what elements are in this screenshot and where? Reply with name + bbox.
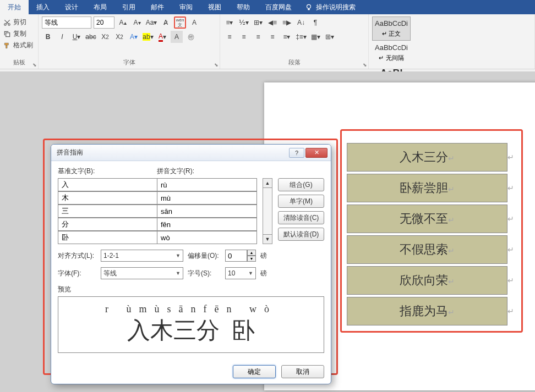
table-row[interactable]: 入木三分↵ — [347, 143, 507, 172]
character-shading-button[interactable]: A — [171, 31, 183, 43]
base-field[interactable] — [58, 231, 157, 244]
distribute-button[interactable]: ≡▾ — [281, 31, 293, 43]
tab-review[interactable]: 审阅 — [172, 0, 200, 14]
base-field[interactable] — [58, 191, 157, 205]
ruby-field[interactable] — [157, 205, 257, 218]
bullets-button[interactable]: ≡▾ — [223, 16, 236, 29]
clear-reading-button[interactable]: 清除读音(C) — [278, 211, 324, 224]
multilevel-button[interactable]: ⊞▾ — [252, 16, 264, 29]
help-button[interactable]: ? — [289, 148, 304, 158]
tab-layout[interactable]: 布局 — [86, 0, 114, 14]
size-combo[interactable]: 10▼ — [225, 267, 256, 279]
alignment-combo[interactable]: 1-2-1▼ — [101, 250, 183, 262]
align-center-button[interactable]: ≡ — [238, 31, 250, 43]
justify-button[interactable]: ≡ — [266, 31, 279, 43]
line-spacing-button[interactable]: ‡≡▾ — [295, 31, 307, 43]
combine-button[interactable]: 组合(G) — [278, 178, 324, 191]
tab-help[interactable]: 帮助 — [229, 0, 258, 14]
grid-scrollbar[interactable]: ▲ ▼ — [263, 178, 272, 244]
italic-button[interactable]: I — [56, 31, 68, 43]
shrink-font-button[interactable]: A▾ — [131, 16, 143, 29]
ruby-field[interactable] — [157, 178, 257, 191]
highlight-color-button[interactable]: ab▾ — [142, 31, 154, 43]
increase-indent-button[interactable]: ≡▶ — [281, 16, 293, 29]
phonetic-guide-button[interactable]: wén文 — [174, 16, 186, 29]
single-button[interactable]: 单字(M) — [278, 195, 324, 208]
ruby-field[interactable] — [157, 218, 257, 231]
styles-group: AaBbCcDi ↵ 正文 AaBbCcDi ↵ 无间隔 AaBI 标题 1 A… — [369, 14, 535, 69]
tab-design[interactable]: 设计 — [57, 0, 86, 14]
clipboard-launcher-icon[interactable]: ⬊ — [32, 62, 37, 68]
offset-unit: 磅 — [260, 251, 267, 261]
sort-button[interactable]: A↓ — [295, 16, 307, 29]
scroll-down-icon[interactable]: ▼ — [263, 234, 272, 244]
font-combo[interactable]: 等线▼ — [101, 267, 183, 279]
tab-mailings[interactable]: 邮件 — [143, 0, 172, 14]
font-name-combo[interactable] — [42, 16, 91, 29]
tell-me-search[interactable]: 操作说明搜索 — [299, 3, 361, 12]
phonetic-guide-dialog: 拼音指南 ? ✕ 基准文字(B): 拼音文字(R): ▲ ▼ 组 — [51, 144, 331, 384]
numbering-button[interactable]: ⅟₂▾ — [238, 16, 250, 29]
document-table: 入木三分↵↵ 卧薪尝胆↵↵ 无微不至↵↵ 不假思索↵↵ 欣欣向荣↵↵ 指鹿为马↵… — [347, 143, 515, 328]
style-normal[interactable]: AaBbCcDi ↵ 正文 — [372, 16, 411, 41]
ribbon: 剪切 复制 格式刷 贴板 ⬊ A▴ A▾ Aa▾ A̷ — [0, 14, 535, 69]
text-effects-button[interactable]: A▾ — [128, 31, 140, 43]
character-border-button[interactable]: A — [188, 16, 200, 29]
table-row[interactable]: 卧薪尝胆↵ — [347, 174, 507, 202]
tab-home[interactable]: 开始 — [0, 0, 29, 14]
wen-icon: wén文 — [176, 18, 184, 27]
chevron-down-icon: ▼ — [176, 253, 181, 258]
tab-insert[interactable]: 插入 — [29, 0, 57, 14]
borders-button[interactable]: ⊞▾ — [324, 31, 336, 43]
offset-stepper[interactable]: ▲▼ — [225, 250, 256, 262]
font-color-button[interactable]: A▾ — [156, 31, 168, 43]
cut-button[interactable]: 剪切 — [3, 16, 35, 28]
table-row[interactable]: 不假思索↵ — [347, 235, 507, 264]
clear-format-button[interactable]: A̷ — [160, 16, 172, 29]
style-nospacing[interactable]: AaBbCcDi ↵ 无间隔 — [372, 41, 411, 65]
paragraph-launcher-icon[interactable]: ⬊ — [363, 62, 367, 68]
spin-down-icon[interactable]: ▼ — [247, 256, 256, 262]
align-right-button[interactable]: ≡ — [252, 31, 264, 43]
base-field[interactable] — [58, 218, 157, 231]
dialog-titlebar[interactable]: 拼音指南 ? ✕ — [51, 145, 331, 161]
ruby-field[interactable] — [157, 191, 257, 205]
shading-button[interactable]: ▦▾ — [309, 31, 321, 43]
tab-baidu[interactable]: 百度网盘 — [258, 0, 299, 14]
preview-label: 预览 — [58, 285, 324, 294]
ruby-grid — [58, 178, 257, 244]
base-field[interactable] — [58, 205, 157, 218]
format-painter-button[interactable]: 格式刷 — [3, 40, 35, 51]
close-button[interactable]: ✕ — [305, 148, 327, 158]
chevron-down-icon: ▼ — [248, 270, 253, 276]
font-group: A▴ A▾ Aa▾ A̷ wén文 A B I U▾ abc X2 X2 A▾ — [39, 14, 220, 69]
subscript-button[interactable]: X2 — [99, 31, 111, 43]
ok-button[interactable]: 确定 — [233, 365, 276, 378]
underline-button[interactable]: U▾ — [70, 31, 83, 43]
show-marks-button[interactable]: ¶ — [309, 16, 321, 29]
enclose-character-button[interactable]: ㊕ — [185, 31, 197, 43]
base-field[interactable] — [58, 178, 157, 191]
align-left-button[interactable]: ≡ — [223, 31, 236, 43]
spin-up-icon[interactable]: ▲ — [247, 250, 256, 256]
font-launcher-icon[interactable]: ⬊ — [214, 62, 219, 68]
scroll-up-icon[interactable]: ▲ — [263, 178, 272, 188]
table-row[interactable]: 指鹿为马↵ — [347, 297, 507, 325]
table-row[interactable]: 无微不至↵ — [347, 205, 507, 233]
superscript-button[interactable]: X2 — [113, 31, 125, 43]
strikethrough-button[interactable]: abc — [85, 31, 97, 43]
grow-font-button[interactable]: A▴ — [117, 16, 129, 29]
decrease-indent-button[interactable]: ◀≡ — [266, 16, 279, 29]
font-size-combo[interactable] — [94, 16, 114, 29]
lightbulb-icon — [305, 3, 313, 11]
bold-button[interactable]: B — [42, 31, 54, 43]
copy-button[interactable]: 复制 — [3, 28, 35, 40]
cancel-button[interactable]: 取消 — [281, 365, 324, 378]
tab-references[interactable]: 引用 — [114, 0, 143, 14]
default-reading-button[interactable]: 默认读音(D) — [278, 228, 324, 241]
table-row[interactable]: 欣欣向荣↵ — [347, 266, 507, 295]
tab-view[interactable]: 视图 — [200, 0, 229, 14]
offset-input[interactable] — [225, 250, 247, 262]
ruby-field[interactable] — [157, 231, 257, 244]
change-case-button[interactable]: Aa▾ — [145, 16, 157, 29]
